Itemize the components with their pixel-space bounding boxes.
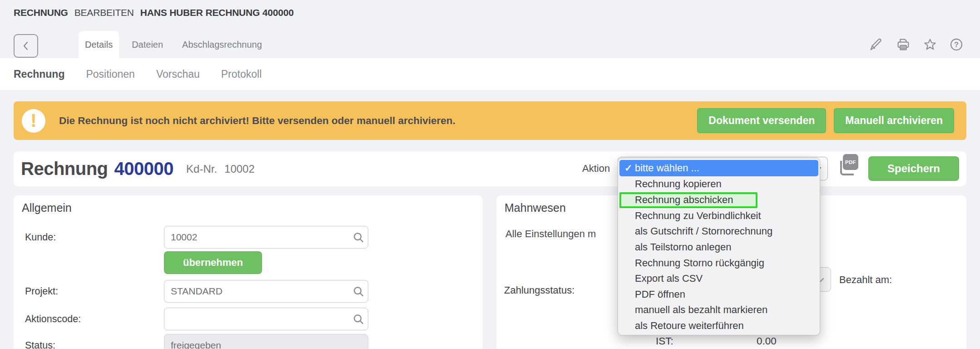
breadcrumb-record: HANS HUBER RECHNUNG 400000 [140,7,294,18]
svg-text:?: ? [954,41,959,49]
checkmark-icon: ✓ [624,163,633,174]
dropdown-option-bitte-waehlen[interactable]: ✓ bitte wählen ... [619,160,818,176]
tab-label: Abschlagsrechnung [182,40,262,50]
dropdown-option-retoure-weiterfuehren[interactable]: als Retoure weiterführen [618,318,820,334]
search-icon[interactable] [352,313,365,325]
action-label: Aktion [582,163,610,174]
dropdown-option-bezahlt-markieren[interactable]: manuell als bezahlt markieren [618,302,820,318]
action-dropdown-menu: ✓ bitte wählen ... Rechnung kopieren Rec… [618,158,820,335]
dropdown-option-pdf-oeffnen[interactable]: PDF öffnen [618,287,820,303]
dropdown-option-rechnung-abschicken[interactable]: Rechnung abschicken [619,192,757,208]
send-document-button[interactable]: Dokument versenden [697,108,826,133]
star-favorite-icon[interactable] [923,38,937,51]
subtab-vorschau[interactable]: Vorschau [156,68,200,80]
pencil-edit-icon[interactable] [869,37,883,52]
customer-number-label: Kd-Nr. [186,163,217,175]
kunde-input[interactable] [164,226,368,249]
tab-label: Dateien [132,40,163,50]
subtab-protokoll[interactable]: Protokoll [221,68,262,80]
warning-message: Die Rechnung ist noch nicht archiviert! … [59,115,455,127]
pdf-button[interactable]: PDF [840,154,858,175]
back-button[interactable] [14,34,38,58]
breadcrumb-mode: BEARBEITEN [74,7,134,18]
status-input [164,334,368,349]
allgemein-panel: Allgemein Kunde: übernehmen Projekt: Akt… [14,195,483,349]
projekt-label: Projekt: [25,286,58,297]
help-question-icon[interactable]: ? [949,37,964,52]
breadcrumb: RECHNUNG BEARBEITEN HANS HUBER RECHNUNG … [14,7,294,18]
dropdown-option-export-csv[interactable]: Export als CSV [618,271,820,287]
page-title: Rechnung [21,159,108,179]
search-icon[interactable] [352,285,365,298]
chevron-left-icon [21,40,31,52]
tab-label: Details [85,40,113,50]
ist-value: 0.00 [757,335,777,347]
kunde-label: Kunde: [25,232,56,243]
search-icon[interactable] [352,231,365,244]
subtab-positionen[interactable]: Positionen [86,68,134,80]
aktionscode-input[interactable] [164,308,368,330]
dropdown-option-teilstorno-anlegen[interactable]: als Teilstorno anlegen [618,239,820,255]
dropdown-option-rechnung-kopieren[interactable]: Rechnung kopieren [618,176,820,192]
warning-exclamation-icon: ! [22,109,45,133]
aktionscode-label: Aktionscode: [25,314,81,325]
panel-heading: Allgemein [22,201,72,214]
subtab-rechnung[interactable]: Rechnung [14,68,64,80]
dropdown-option-storno-rueckgaengig[interactable]: Rechnung Storno rückgängig [618,255,820,271]
save-button[interactable]: Speichern [868,156,959,181]
toolbar-icons: ? [869,37,964,52]
bezahlt-am-label: Bezahlt am: [839,274,892,286]
archive-warning-banner: ! Die Rechnung ist noch nicht archiviert… [14,101,966,140]
manual-archive-button[interactable]: Manuell archivieren [834,108,954,133]
dropdown-option-rechnung-zu-verbindlichkeit[interactable]: Rechnung zu Verbindlichkeit [618,208,820,224]
invoice-header-card: Rechnung 400000 Kd-Nr. 10002 Aktion PDF … [14,151,966,186]
apply-customer-button[interactable]: übernehmen [164,251,262,274]
customer-number-value: 10002 [224,163,255,175]
main-tabs: Details Dateien Abschlagsrechnung [79,31,268,58]
status-label: Status: [25,340,55,349]
tab-dateien[interactable]: Dateien [125,31,169,58]
subtab-band: Rechnung Positionen Vorschau Protokoll [0,58,980,90]
invoice-number: 400000 [114,159,173,179]
panel-heading: Mahnwesen [505,201,566,214]
printer-icon[interactable] [896,37,911,52]
pdf-icon: PDF [843,154,858,170]
dropdown-option-gutschrift-stornorechnung[interactable]: als Gutschrift / Stornorechnung [618,224,820,239]
mahnwesen-info-text: Alle Einstellungen m [505,228,596,240]
zahlungsstatus-label: Zahlungsstatus: [504,284,574,296]
dropdown-option-label: bitte wählen ... [635,162,699,174]
tab-details[interactable]: Details [79,31,119,58]
breadcrumb-section: RECHNUNG [14,7,68,18]
projekt-input[interactable] [164,280,368,303]
ist-label: IST: [656,335,673,347]
tab-abschlagsrechnung[interactable]: Abschlagsrechnung [176,31,268,58]
